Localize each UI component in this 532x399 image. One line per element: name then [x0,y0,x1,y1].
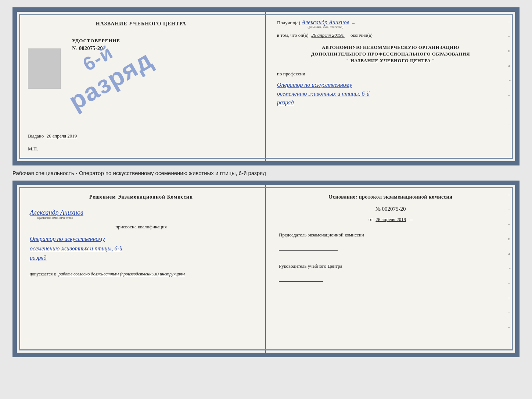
cert-right-panel: Получил(а) Александр Анихнов (фамилия, и… [266,12,515,161]
assigned-text: присвоена квалификация [30,224,252,230]
allowed-label: допускается к [30,271,56,277]
org-line2: ДОПОЛНИТЕЛЬНОГО ПРОФЕССИОНАЛЬНОГО ОБРАЗО… [277,51,504,57]
decision-text: Решением экзаменационной комиссии [30,194,252,200]
mp-label: М.П. [28,146,38,152]
profession-line2: осеменению животных и птицы, 6-й [277,89,504,98]
received-line: Получил(а) Александр Анихнов (фамилия, и… [277,19,504,29]
issued-date: 26 апреля 2019 [47,133,77,139]
qual-line3: разряд [30,253,252,263]
chairman-text: Председатель экзаменационной комиссии [279,231,502,239]
stamp-line2: разряд [64,45,157,115]
profession-label: по профессии [277,71,504,77]
org-text: АВТОНОМНУЮ НЕКОММЕРЧЕСКУЮ ОРГАНИЗАЦИЮ ДО… [277,44,504,64]
person-name-bottom: Александр Анихнов [30,209,83,217]
cert-issued: Выдано 26 апреля 2019 [28,133,77,139]
cert-title-block: УДОСТОВЕРЕНИЕ № 002075-20 [72,38,254,51]
protocol-date-prefix: от [369,217,373,222]
date-value: 26 апреля 2019г. [312,32,345,38]
received-label: Получил(а) [277,20,300,26]
allowed-work-text: работе согласно должностным (производств… [58,271,185,277]
photo-placeholder [28,49,61,89]
right-margin-marks: – – и а ← – – – [508,19,512,127]
profession-line3: разряд [277,98,504,107]
bottom-left-panel: Решением экзаменационной комиссии Алекса… [17,185,266,353]
qual-line2: осеменению животных и птицы, 6-й [30,244,252,253]
head-text: Руководитель учебного Центра [279,263,502,270]
profession-text: Оператор по искусственному осеменению жи… [277,81,504,107]
bottom-certificate: Решением экзаменационной комиссии Алекса… [12,181,520,357]
cert-left-panel: НАЗВАНИЕ УЧЕБНОГО ЦЕНТРА УДОСТОВЕРЕНИЕ №… [17,12,266,161]
bottom-right-panel: Основание: протокол экзаменационной коми… [266,185,515,353]
org-line3: " НАЗВАНИЕ УЧЕБНОГО ЦЕНТРА " [277,57,504,64]
protocol-number: № 002075-20 [279,206,502,212]
allowed-text: допускается к работе согласно должностны… [30,271,252,277]
head-signature-line [279,281,323,282]
qual-line1: Оператор по искусственному [30,234,252,244]
subtitle: Рабочая специальность - Оператор по иску… [12,170,266,176]
finished-label: окончил(а) [351,32,373,38]
date-prefix: в том, что он(а) [277,32,309,38]
protocol-date-value: 26 апреля 2019 [375,217,406,222]
name-subtitle-top: (фамилия, имя, отчество) [308,25,343,29]
bottom-right-marks: – – – и а ← – – – – [508,192,512,329]
chairman-signature-line [279,250,338,251]
qualification-text: Оператор по искусственному осеменению жи… [30,234,252,263]
dash-right-top: – [352,20,355,26]
protocol-date: от 26 апреля 2019 – [279,217,502,222]
basis-text: Основание: протокол экзаменационной коми… [279,194,502,200]
top-certificate: НАЗВАНИЕ УЧЕБНОГО ЦЕНТРА УДОСТОВЕРЕНИЕ №… [12,7,520,165]
date-line: в том, что он(а) 26 апреля 2019г. окончи… [277,32,504,38]
name-sub-bottom: (фамилия, имя, отчество) [37,216,73,220]
cert-number: № 002075-20 [72,45,254,51]
profession-line1: Оператор по искусственному [277,81,504,89]
issued-label: Выдано [28,133,44,139]
cert-title-label: УДОСТОВЕРЕНИЕ [72,38,254,44]
cert-school-name: НАЗВАНИЕ УЧЕБНОГО ЦЕНТРА [28,21,254,27]
org-line1: АВТОНОМНУЮ НЕКОММЕРЧЕСКУЮ ОРГАНИЗАЦИЮ [277,44,504,51]
